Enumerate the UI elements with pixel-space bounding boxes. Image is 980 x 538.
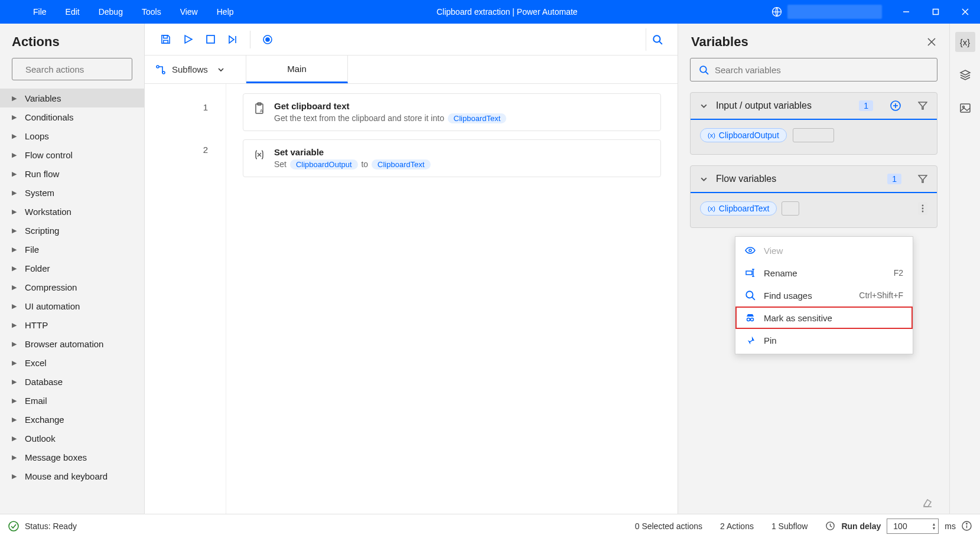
- filter-icon[interactable]: [918, 101, 927, 110]
- status-text: Status: Ready: [25, 521, 77, 531]
- menu-file[interactable]: File: [24, 0, 56, 24]
- menu-help[interactable]: Help: [207, 0, 243, 24]
- action-category-ui-automation[interactable]: ▶UI automation: [0, 296, 144, 315]
- action-category-variables[interactable]: ▶Variables: [0, 89, 144, 107]
- svg-point-40: [749, 249, 751, 252]
- chevron-down-icon[interactable]: [700, 175, 708, 183]
- action-category-email[interactable]: ▶Email: [0, 391, 144, 410]
- rail-layers-button[interactable]: [955, 65, 975, 85]
- action-category-exchange[interactable]: ▶Exchange: [0, 410, 144, 429]
- ctx-rename[interactable]: RenameF2: [735, 262, 913, 284]
- subflows-label: Subflows: [172, 64, 208, 74]
- clock-icon: [825, 521, 835, 531]
- chevron-down-icon: [217, 66, 224, 73]
- actions-count: 2 Actions: [720, 521, 754, 531]
- menu-debug[interactable]: Debug: [89, 0, 132, 24]
- svg-point-33: [922, 205, 924, 207]
- step-desc: Get the text from the clipboard and stor…: [274, 113, 507, 123]
- actions-search-input[interactable]: [25, 64, 138, 74]
- clear-variables-button[interactable]: [922, 497, 933, 508]
- action-category-http[interactable]: ▶HTTP: [0, 315, 144, 334]
- action-category-message-boxes[interactable]: ▶Message boxes: [0, 448, 144, 467]
- action-category-system[interactable]: ▶System: [0, 183, 144, 202]
- variable-dropzone[interactable]: [782, 201, 799, 216]
- variables-search-input[interactable]: [715, 65, 929, 75]
- variable-clipboardtext[interactable]: (x) ClipboardText: [700, 201, 777, 216]
- variable-chip: ClipboardOutput: [290, 159, 358, 169]
- action-category-run-flow[interactable]: ▶Run flow: [0, 164, 144, 183]
- step-get-clipboard[interactable]: A Get clipboard text Get the text from t…: [243, 93, 661, 131]
- svg-rect-8: [163, 40, 168, 43]
- run-button[interactable]: [177, 28, 199, 51]
- environment-icon: [771, 6, 783, 18]
- actions-search[interactable]: [12, 58, 132, 80]
- subflows-count: 1 Subflow: [771, 521, 808, 531]
- close-panel-button[interactable]: [927, 37, 936, 47]
- step-set-variable[interactable]: Set variable Set ClipboardOutput to Clip…: [243, 139, 661, 177]
- menu-view[interactable]: View: [171, 0, 207, 24]
- action-category-folder[interactable]: ▶Folder: [0, 259, 144, 278]
- svg-point-47: [747, 318, 750, 321]
- steps-container: A Get clipboard text Get the text from t…: [226, 84, 678, 514]
- action-category-browser-automation[interactable]: ▶Browser automation: [0, 334, 144, 353]
- io-variables-section: Input / output variables 1 (x) Clipboard…: [690, 92, 937, 155]
- delay-unit: ms: [945, 521, 956, 531]
- line-numbers: 1 2: [145, 84, 226, 514]
- flow-search-button[interactable]: [646, 28, 668, 51]
- variable-clipboardoutput[interactable]: (x) ClipboardOutput: [700, 128, 787, 142]
- action-category-scripting[interactable]: ▶Scripting: [0, 221, 144, 240]
- line-number: 1: [145, 100, 208, 143]
- action-category-database[interactable]: ▶Database: [0, 372, 144, 391]
- action-category-excel[interactable]: ▶Excel: [0, 353, 144, 372]
- flow-body: 1 2 A Get clipboard text Get the text fr…: [145, 84, 678, 514]
- variables-search[interactable]: [690, 58, 937, 81]
- svg-rect-38: [961, 104, 970, 112]
- ctx-mark-as-sensitive[interactable]: Mark as sensitive: [735, 307, 913, 329]
- maximize-button[interactable]: [921, 0, 950, 24]
- action-category-loops[interactable]: ▶Loops: [0, 126, 144, 145]
- stop-button[interactable]: [199, 28, 222, 51]
- action-category-conditionals[interactable]: ▶Conditionals: [0, 107, 144, 126]
- action-category-file[interactable]: ▶File: [0, 240, 144, 259]
- ctx-pin[interactable]: Pin: [735, 329, 913, 351]
- svg-line-46: [752, 297, 755, 300]
- window-title: Clipboard extraction | Power Automate: [243, 7, 771, 17]
- svg-point-50: [9, 521, 18, 531]
- chevron-down-icon[interactable]: [700, 102, 708, 110]
- menu-edit[interactable]: Edit: [56, 0, 89, 24]
- save-button[interactable]: [154, 28, 177, 51]
- svg-marker-31: [919, 102, 927, 109]
- svg-point-17: [157, 66, 159, 68]
- svg-point-14: [266, 38, 269, 41]
- actions-list[interactable]: ▶Variables▶Conditionals▶Loops▶Flow contr…: [0, 89, 144, 514]
- subflows-button[interactable]: Subflows: [145, 56, 246, 83]
- action-category-workstation[interactable]: ▶Workstation: [0, 202, 144, 221]
- variable-more-button[interactable]: [918, 202, 927, 215]
- add-variable-button[interactable]: [890, 100, 901, 112]
- variable-dropzone[interactable]: [793, 128, 834, 142]
- action-category-compression[interactable]: ▶Compression: [0, 278, 144, 296]
- filter-icon[interactable]: [918, 174, 927, 184]
- rail-images-button[interactable]: [955, 98, 975, 118]
- action-category-mouse-and-keyboard[interactable]: ▶Mouse and keyboard: [0, 467, 144, 485]
- info-icon[interactable]: [962, 521, 972, 531]
- action-category-flow-control[interactable]: ▶Flow control: [0, 145, 144, 164]
- action-category-outlook[interactable]: ▶Outlook: [0, 429, 144, 448]
- rail-variables-button[interactable]: {x}: [955, 32, 975, 52]
- section-title: Flow variables: [716, 174, 879, 184]
- step-title: Set variable: [274, 147, 432, 157]
- run-delay-input[interactable]: 100 ▲▼: [887, 519, 939, 534]
- subflow-icon: [155, 64, 166, 75]
- menu-tools[interactable]: Tools: [132, 0, 171, 24]
- ctx-find-usages[interactable]: Find usagesCtrl+Shift+F: [735, 284, 913, 307]
- step-button[interactable]: [222, 28, 244, 51]
- svg-point-39: [962, 106, 964, 108]
- spinner-buttons[interactable]: ▲▼: [932, 522, 936, 530]
- record-button[interactable]: [256, 28, 279, 51]
- svg-point-34: [922, 208, 924, 210]
- tab-main[interactable]: Main: [246, 56, 348, 83]
- pin-icon: [745, 335, 756, 345]
- variable-icon: [253, 148, 266, 161]
- minimize-button[interactable]: [891, 0, 921, 24]
- close-button[interactable]: [950, 0, 980, 24]
